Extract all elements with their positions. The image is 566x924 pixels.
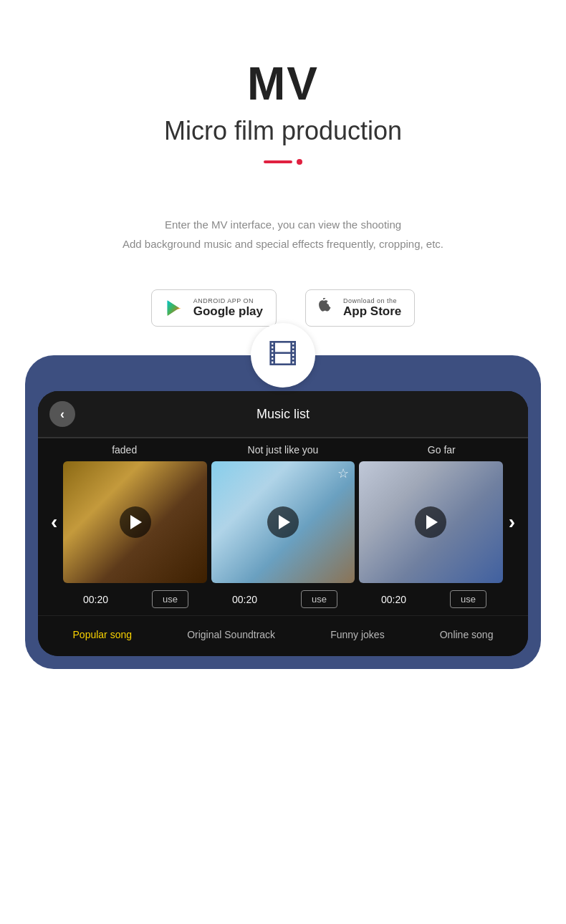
apple-big-label: App Store <box>343 304 401 319</box>
star-icon: ☆ <box>337 466 349 481</box>
subtitle: Micro film production <box>14 116 552 146</box>
google-big-label: Google play <box>193 304 263 319</box>
description-line2: Add background music and special effects… <box>72 234 494 254</box>
song-title-2: Go far <box>363 444 521 456</box>
songs-header: faded Not just like you Go far <box>38 438 528 461</box>
category-tabs: Popular song Original Soundtrack Funny j… <box>38 615 528 656</box>
back-button[interactable]: ‹ <box>49 401 75 427</box>
film-icon: 🎞 <box>268 338 298 372</box>
cat-tab-jokes[interactable]: Funny jokes <box>330 626 384 643</box>
play-triangle-0 <box>130 515 142 529</box>
play-button-1[interactable] <box>267 506 299 538</box>
phone-screen: ‹ Music list faded Not just like you Go … <box>38 391 528 656</box>
google-play-button[interactable]: ANDROID APP ON Google play <box>151 289 277 327</box>
play-triangle-1 <box>279 515 290 529</box>
phone-topbar: ‹ Music list <box>38 391 528 437</box>
mockup-wrapper: 🎞 ‹ Music list faded Not just like you G… <box>0 355 566 712</box>
mockup-outer: 🎞 ‹ Music list faded Not just like you G… <box>25 355 541 669</box>
app-store-text: Download on the App Store <box>343 297 401 319</box>
time-1: 00:20 <box>229 594 261 605</box>
songs-row: ‹ ☆ <box>38 461 528 583</box>
prev-arrow[interactable]: ‹ <box>45 511 63 534</box>
svg-marker-0 <box>167 301 178 316</box>
cat-tab-popular[interactable]: Popular song <box>73 626 133 643</box>
song-title-1: Not just like you <box>203 444 362 456</box>
use-button-1[interactable]: use <box>301 590 337 608</box>
divider-line <box>264 160 292 163</box>
divider-dot <box>297 159 302 165</box>
song-cards-container: ☆ <box>63 461 502 583</box>
song-card-2 <box>359 461 502 583</box>
film-icon-circle: 🎞 <box>251 323 315 388</box>
main-title: MV <box>14 57 552 110</box>
google-small-label: ANDROID APP ON <box>193 297 263 304</box>
next-arrow[interactable]: › <box>503 511 521 534</box>
description-section: Enter the MV interface, you can view the… <box>0 186 566 275</box>
song-card-1: ☆ <box>211 461 355 583</box>
song-card-0 <box>63 461 206 583</box>
header-section: MV Micro film production <box>0 0 566 186</box>
apple-small-label: Download on the <box>343 297 401 304</box>
use-button-0[interactable]: use <box>152 590 188 608</box>
song-title-0: faded <box>45 444 203 456</box>
app-store-button[interactable]: Download on the App Store <box>305 289 415 327</box>
time-0: 00:20 <box>80 594 112 605</box>
apple-icon <box>319 298 336 318</box>
play-button-0[interactable] <box>120 506 151 538</box>
topbar-title: Music list <box>75 407 491 422</box>
cat-tab-online[interactable]: Online song <box>440 626 494 643</box>
time-2: 00:20 <box>378 594 410 605</box>
google-play-text: ANDROID APP ON Google play <box>193 297 263 319</box>
play-button-2[interactable] <box>415 506 446 538</box>
back-icon: ‹ <box>60 407 64 422</box>
title-divider <box>14 159 552 165</box>
use-button-2[interactable]: use <box>450 590 486 608</box>
google-play-icon <box>165 297 186 319</box>
description-line1: Enter the MV interface, you can view the… <box>72 215 494 234</box>
time-use-row: 00:20 use 00:20 use 00:20 use <box>38 583 528 615</box>
cat-tab-soundtrack[interactable]: Original Soundtrack <box>187 626 275 643</box>
play-triangle-2 <box>426 515 438 529</box>
